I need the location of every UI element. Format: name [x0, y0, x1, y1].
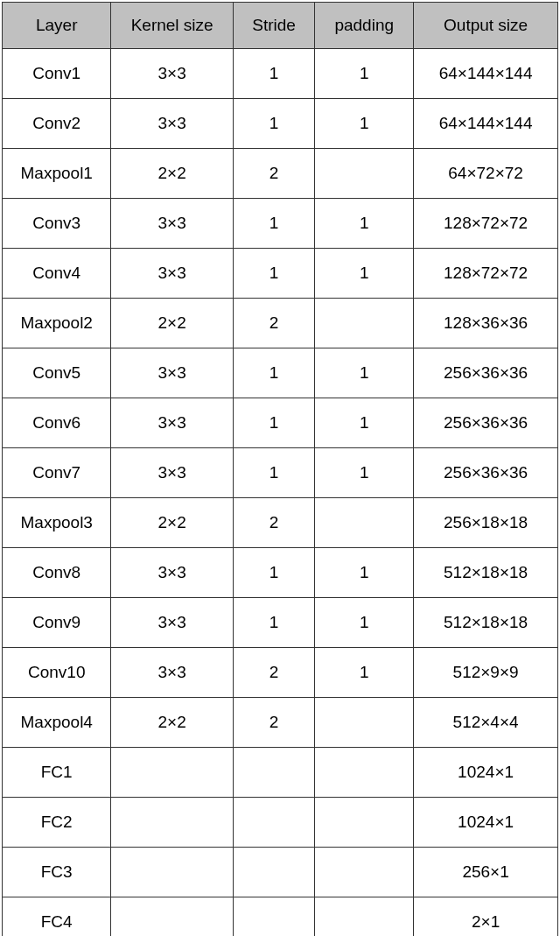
cell-layer: Conv4	[3, 249, 111, 299]
cell-kernel: 3×3	[111, 648, 233, 698]
cell-kernel: 3×3	[111, 448, 233, 498]
cell-padding: 1	[315, 199, 414, 249]
cell-layer: FC2	[3, 798, 111, 848]
cell-layer: Conv7	[3, 448, 111, 498]
cell-stride: 1	[233, 249, 314, 299]
cell-stride: 1	[233, 448, 314, 498]
cell-stride: 2	[233, 299, 314, 348]
cell-padding: 1	[315, 49, 414, 99]
cell-output: 512×4×4	[414, 698, 558, 748]
cell-layer: FC3	[3, 848, 111, 897]
cell-kernel: 3×3	[111, 598, 233, 648]
table-row: Conv9 3×3 1 1 512×18×18	[3, 598, 558, 648]
cell-padding: 1	[315, 99, 414, 149]
cell-layer: Maxpool4	[3, 698, 111, 748]
cell-stride: 2	[233, 498, 314, 548]
table-row: FC3 256×1	[3, 848, 558, 897]
cell-kernel	[111, 897, 233, 937]
cell-kernel	[111, 748, 233, 798]
table-row: Conv4 3×3 1 1 128×72×72	[3, 249, 558, 299]
table-body: Conv1 3×3 1 1 64×144×144 Conv2 3×3 1 1 6…	[3, 49, 558, 937]
cell-stride: 2	[233, 698, 314, 748]
table-row: Conv8 3×3 1 1 512×18×18	[3, 548, 558, 598]
cell-padding	[315, 698, 414, 748]
cell-padding	[315, 149, 414, 199]
cell-padding	[315, 498, 414, 548]
cell-layer: Conv9	[3, 598, 111, 648]
cell-layer: Maxpool1	[3, 149, 111, 199]
cell-padding: 1	[315, 348, 414, 398]
cell-output: 64×144×144	[414, 49, 558, 99]
cell-stride: 1	[233, 548, 314, 598]
table-row: FC1 1024×1	[3, 748, 558, 798]
cell-layer: Conv8	[3, 548, 111, 598]
table-row: Conv6 3×3 1 1 256×36×36	[3, 398, 558, 448]
cell-kernel: 3×3	[111, 49, 233, 99]
cell-kernel: 3×3	[111, 348, 233, 398]
cell-kernel: 2×2	[111, 698, 233, 748]
header-layer: Layer	[3, 3, 111, 49]
cell-layer: Conv10	[3, 648, 111, 698]
cell-kernel: 3×3	[111, 398, 233, 448]
cell-stride: 1	[233, 348, 314, 398]
cell-kernel	[111, 848, 233, 897]
cell-padding	[315, 897, 414, 937]
table-row: Conv7 3×3 1 1 256×36×36	[3, 448, 558, 498]
cell-stride	[233, 897, 314, 937]
cell-stride: 1	[233, 49, 314, 99]
cell-kernel: 3×3	[111, 99, 233, 149]
cell-output: 128×72×72	[414, 249, 558, 299]
header-stride: Stride	[233, 3, 314, 49]
cell-stride: 2	[233, 648, 314, 698]
cell-output: 1024×1	[414, 798, 558, 848]
cell-layer: Maxpool2	[3, 299, 111, 348]
table-row: Maxpool2 2×2 2 128×36×36	[3, 299, 558, 348]
cell-padding	[315, 299, 414, 348]
cell-stride: 1	[233, 99, 314, 149]
cell-output: 512×18×18	[414, 548, 558, 598]
cell-layer: FC1	[3, 748, 111, 798]
cell-layer: Conv5	[3, 348, 111, 398]
cell-padding	[315, 748, 414, 798]
cell-output: 64×72×72	[414, 149, 558, 199]
cell-layer: Conv1	[3, 49, 111, 99]
cell-kernel: 3×3	[111, 548, 233, 598]
table-row: Conv3 3×3 1 1 128×72×72	[3, 199, 558, 249]
table-row: Conv5 3×3 1 1 256×36×36	[3, 348, 558, 398]
cell-padding	[315, 848, 414, 897]
cell-output: 512×18×18	[414, 598, 558, 648]
table-row: Maxpool4 2×2 2 512×4×4	[3, 698, 558, 748]
cell-stride: 1	[233, 598, 314, 648]
cell-kernel: 3×3	[111, 199, 233, 249]
cell-stride: 1	[233, 398, 314, 448]
cell-output: 256×36×36	[414, 398, 558, 448]
cell-output: 128×72×72	[414, 199, 558, 249]
cell-kernel: 2×2	[111, 299, 233, 348]
cell-layer: Maxpool3	[3, 498, 111, 548]
cell-padding: 1	[315, 548, 414, 598]
cell-padding: 1	[315, 249, 414, 299]
cell-output: 512×9×9	[414, 648, 558, 698]
table-row: FC2 1024×1	[3, 798, 558, 848]
table-row: Maxpool1 2×2 2 64×72×72	[3, 149, 558, 199]
cell-output: 1024×1	[414, 748, 558, 798]
cell-output: 64×144×144	[414, 99, 558, 149]
cell-output: 256×1	[414, 848, 558, 897]
cell-layer: Conv2	[3, 99, 111, 149]
table-row: Maxpool3 2×2 2 256×18×18	[3, 498, 558, 548]
cell-stride	[233, 748, 314, 798]
table-row: Conv10 3×3 2 1 512×9×9	[3, 648, 558, 698]
cell-layer: FC4	[3, 897, 111, 937]
table-row: Conv1 3×3 1 1 64×144×144	[3, 49, 558, 99]
cell-layer: Conv6	[3, 398, 111, 448]
table-row: Conv2 3×3 1 1 64×144×144	[3, 99, 558, 149]
cell-output: 2×1	[414, 897, 558, 937]
cell-stride: 1	[233, 199, 314, 249]
cell-padding: 1	[315, 398, 414, 448]
cell-kernel: 3×3	[111, 249, 233, 299]
cell-padding: 1	[315, 598, 414, 648]
cell-padding: 1	[315, 648, 414, 698]
cell-kernel: 2×2	[111, 149, 233, 199]
cell-output: 128×36×36	[414, 299, 558, 348]
header-kernel-size: Kernel size	[111, 3, 233, 49]
